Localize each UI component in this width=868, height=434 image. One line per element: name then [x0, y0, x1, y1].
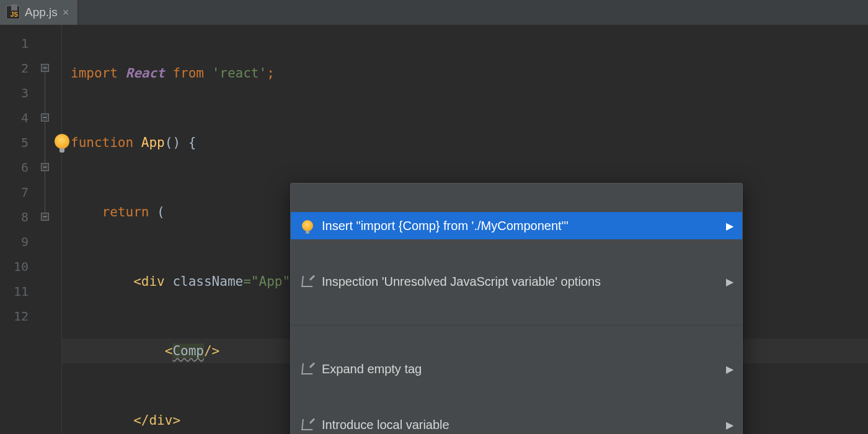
line-number: 1 — [0, 31, 37, 56]
fold-end-icon[interactable]: − — [41, 213, 49, 221]
tab-filename: App.js — [25, 6, 58, 19]
intention-label: Insert "import {Comp} from './MyComponen… — [316, 219, 726, 233]
line-number: 12 — [0, 304, 37, 329]
intention-label: Inspection 'Unresolved JavaScript variab… — [316, 275, 726, 289]
refactor-icon — [299, 419, 316, 430]
code-area[interactable]: import React from 'react'; function App(… — [62, 25, 868, 434]
intention-item-insert-import[interactable]: Insert "import {Comp} from './MyComponen… — [291, 212, 742, 239]
submenu-arrow-icon: ▶ — [726, 276, 733, 288]
edit-icon — [299, 363, 316, 374]
unresolved-reference[interactable]: Comp — [172, 343, 204, 358]
lightbulb-icon — [299, 220, 316, 231]
line-number: 8 — [0, 205, 37, 229]
fold-toggle-icon[interactable]: − — [41, 113, 49, 122]
close-tab-icon[interactable]: × — [63, 7, 69, 18]
line-number: 6 — [0, 155, 37, 180]
line-number-gutter: 1 2 3 4 5 6 7 8 9 10 11 12 — [0, 25, 37, 434]
line-number: 4 — [0, 105, 37, 130]
submenu-arrow-icon: ▶ — [726, 220, 733, 232]
intention-label: Expand empty tag — [316, 362, 726, 376]
fold-toggle-icon[interactable]: − — [41, 64, 49, 72]
submenu-arrow-icon: ▶ — [726, 419, 733, 431]
line-number: 2 — [0, 56, 37, 81]
line-number: 11 — [0, 279, 37, 304]
intention-popup: Insert "import {Comp} from './MyComponen… — [290, 183, 743, 434]
intention-item-introduce-local-variable[interactable]: Introduce local variable ▶ — [291, 411, 742, 434]
fold-gutter: − − − − — [37, 25, 62, 434]
code-line[interactable]: import React from 'react'; — [62, 61, 868, 86]
fold-end-icon[interactable]: − — [41, 163, 49, 171]
line-number: 10 — [0, 254, 37, 279]
line-number: 7 — [0, 180, 37, 205]
submenu-arrow-icon: ▶ — [726, 363, 733, 375]
separator — [291, 325, 742, 326]
intention-item-expand-empty-tag[interactable]: Expand empty tag ▶ — [291, 355, 742, 383]
line-number: 3 — [0, 81, 37, 105]
edit-icon — [299, 276, 316, 287]
tab-strip: JS App.js × — [0, 0, 868, 25]
js-file-icon: JS — [6, 6, 20, 19]
line-number: 9 — [0, 229, 37, 254]
code-line[interactable]: function App() { — [62, 130, 868, 155]
editor: 1 2 3 4 5 6 7 8 9 10 11 12 − − − − impor… — [0, 25, 868, 434]
file-tab[interactable]: JS App.js × — [0, 0, 78, 25]
line-number: 5 — [0, 130, 37, 155]
intention-item-inspection-options[interactable]: Inspection 'Unresolved JavaScript variab… — [291, 268, 742, 295]
intention-label: Introduce local variable — [316, 418, 726, 432]
